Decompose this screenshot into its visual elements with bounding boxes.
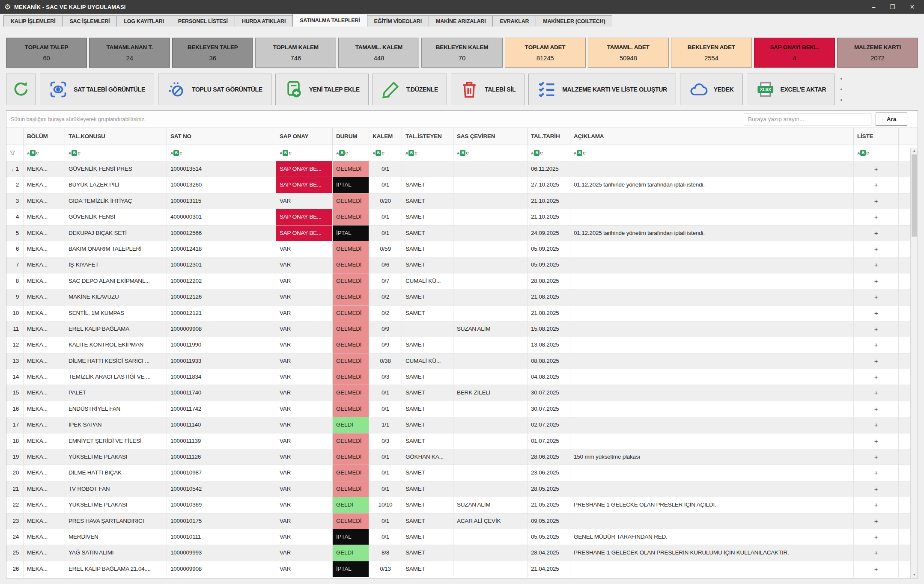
cell-tal-tarih[interactable]: 24.09.2025 bbox=[528, 225, 570, 241]
table-row[interactable]: 20MEKA...DİLME HATTI BIÇAK1000010987VARG… bbox=[6, 465, 918, 481]
column-header-liste[interactable]: LİSTE bbox=[854, 128, 899, 145]
row-indicator[interactable]: 4 bbox=[6, 209, 24, 225]
cell-tal-isteyen[interactable]: SAMET bbox=[402, 513, 453, 529]
cell-kalem[interactable]: 0/1 bbox=[369, 209, 402, 225]
cell-tal-konusu[interactable]: SENTİL, 1M KUMPAS bbox=[65, 305, 167, 321]
toolbar-button[interactable]: XLSX EXCEL'E AKTAR bbox=[747, 74, 835, 105]
table-row[interactable]: 11MEKA...EREL KALIP BAĞLAMA1000009908VAR… bbox=[6, 321, 918, 337]
cell-bolum[interactable]: MEKA... bbox=[24, 465, 65, 480]
table-row[interactable]: 14MEKA...TEMİZLİK ARACI LASTİĞİ VE ...10… bbox=[6, 369, 918, 385]
cell-aciklama[interactable] bbox=[570, 401, 854, 417]
cell-sat-no[interactable]: 1000010987 bbox=[167, 465, 276, 480]
cell-tal-tarih[interactable]: 06.11.2025 bbox=[528, 161, 570, 177]
cell-aciklama[interactable] bbox=[570, 241, 854, 257]
add-list-button[interactable]: + bbox=[854, 497, 899, 513]
scroll-down-icon[interactable]: ▼ bbox=[911, 573, 918, 577]
cell-sat-no[interactable]: 4000000301 bbox=[167, 209, 276, 225]
cell-durum[interactable]: GELMEDİ bbox=[333, 353, 369, 369]
cell-bolum[interactable]: MEKA... bbox=[24, 353, 65, 369]
cell-sat-no[interactable]: 1000012121 bbox=[167, 305, 276, 321]
cell-bolum[interactable]: MEKA... bbox=[24, 481, 65, 497]
cell-tal-tarih[interactable]: 02.07.2025 bbox=[528, 417, 570, 433]
toolbar-button[interactable] bbox=[6, 74, 36, 105]
table-row[interactable]: 23MEKA...PRES HAVA ŞARTLANDIRICI10000101… bbox=[6, 513, 918, 529]
filter-cell-satno[interactable]: ABC bbox=[167, 145, 276, 161]
cell-tal-konusu[interactable]: GÜVENLİK FENSİ bbox=[65, 209, 167, 225]
cell-sap-onay[interactable]: VAR bbox=[276, 273, 333, 289]
cell-durum[interactable]: GELMEDİ bbox=[333, 257, 369, 273]
cell-sat-no[interactable]: 1000009908 bbox=[167, 321, 276, 337]
cell-bolum[interactable]: MEKA... bbox=[24, 273, 65, 289]
add-list-button[interactable]: + bbox=[854, 337, 899, 353]
cell-sap-onay[interactable]: VAR bbox=[276, 545, 333, 560]
cell-sas-ceviren[interactable] bbox=[453, 305, 528, 321]
row-indicator[interactable]: 20 bbox=[6, 465, 24, 480]
cell-tal-konusu[interactable]: TV ROBOT FAN bbox=[65, 481, 167, 497]
cell-kalem[interactable]: 0/1 bbox=[369, 161, 402, 177]
cell-tal-tarih[interactable]: 28.04.2025 bbox=[528, 545, 570, 560]
cell-sap-onay[interactable]: VAR bbox=[276, 433, 333, 449]
cell-tal-isteyen[interactable]: SAMET bbox=[402, 401, 453, 417]
cell-sap-onay[interactable]: SAP ONAY BE... bbox=[276, 209, 333, 225]
cell-sat-no[interactable]: 1000013260 bbox=[167, 177, 276, 193]
add-list-button[interactable]: + bbox=[854, 401, 899, 417]
cell-sat-no[interactable]: 1000011742 bbox=[167, 401, 276, 417]
cell-sat-no[interactable]: 1000010542 bbox=[167, 481, 276, 497]
cell-kalem[interactable]: 0/20 bbox=[369, 193, 402, 209]
cell-durum[interactable]: GELDİ bbox=[333, 545, 369, 560]
table-row[interactable]: 21MEKA...TV ROBOT FAN1000010542VARGELMED… bbox=[6, 481, 918, 497]
cell-tal-konusu[interactable]: GÜVENLİK FENSİ PRES bbox=[65, 161, 167, 177]
cell-tal-tarih[interactable]: 15.08.2025 bbox=[528, 321, 570, 337]
cell-tal-konusu[interactable]: MERDİVEN bbox=[65, 529, 167, 545]
column-header-isteyen[interactable]: TAL.İSTEYEN bbox=[402, 128, 453, 145]
cell-sat-no[interactable]: 1000011933 bbox=[167, 353, 276, 369]
cell-durum[interactable]: İPTAL bbox=[333, 177, 369, 193]
cell-durum[interactable]: GELMEDİ bbox=[333, 337, 369, 353]
scroll-up-icon[interactable]: ▲ bbox=[911, 149, 918, 153]
cell-sat-no[interactable]: 1000012301 bbox=[167, 257, 276, 273]
cell-tal-konusu[interactable]: EMNİYET ŞERİDİ VE FİLESİ bbox=[65, 433, 167, 449]
cell-tal-isteyen[interactable]: SAMET bbox=[402, 257, 453, 273]
add-list-button[interactable]: + bbox=[854, 193, 899, 209]
cell-tal-tarih[interactable]: 05.09.2025 bbox=[528, 241, 570, 257]
cell-sap-onay[interactable]: VAR bbox=[276, 561, 333, 577]
cell-durum[interactable]: GELMEDİ bbox=[333, 369, 369, 385]
add-list-button[interactable]: + bbox=[854, 369, 899, 385]
add-list-button[interactable]: + bbox=[854, 353, 899, 369]
cell-tal-isteyen[interactable]: SAMET bbox=[402, 433, 453, 449]
cell-tal-konusu[interactable]: DİLME HATTI BIÇAK bbox=[65, 465, 167, 480]
row-indicator[interactable]: 13 bbox=[6, 353, 24, 369]
filter-cell-durum[interactable]: ABC bbox=[333, 145, 369, 161]
cell-kalem[interactable]: 0/7 bbox=[369, 273, 402, 289]
toolbar-button[interactable]: YEDEK bbox=[680, 74, 743, 105]
cell-bolum[interactable]: MEKA... bbox=[24, 417, 65, 433]
add-list-button[interactable]: + bbox=[854, 481, 899, 497]
cell-aciklama[interactable] bbox=[570, 161, 854, 177]
cell-durum[interactable]: GELMEDİ bbox=[333, 433, 369, 449]
cell-aciklama[interactable] bbox=[570, 193, 854, 209]
tab[interactable]: HURDA ATIKLARI bbox=[235, 15, 293, 27]
table-row[interactable]: 26MEKA...EREL KALIP BAĞLAMA 21.04....100… bbox=[6, 561, 918, 577]
cell-aciklama[interactable] bbox=[570, 369, 854, 385]
cell-sap-onay[interactable]: SAP ONAY BE... bbox=[276, 225, 333, 241]
cell-sap-onay[interactable]: VAR bbox=[276, 241, 333, 257]
add-list-button[interactable]: + bbox=[854, 545, 899, 560]
cell-sap-onay[interactable]: VAR bbox=[276, 289, 333, 305]
cell-sas-ceviren[interactable] bbox=[453, 177, 528, 193]
row-indicator[interactable]: 18 bbox=[6, 433, 24, 449]
cell-kalem[interactable]: 0/1 bbox=[369, 465, 402, 480]
table-row[interactable]: 15MEKA...PALET1000011740VARGELMEDİ0/1SAM… bbox=[6, 385, 918, 401]
row-indicator[interactable]: 10 bbox=[6, 305, 24, 321]
cell-durum[interactable]: GELMEDİ bbox=[333, 465, 369, 480]
cell-kalem[interactable]: 8/8 bbox=[369, 545, 402, 560]
cell-kalem[interactable]: 0/6 bbox=[369, 257, 402, 273]
add-list-button[interactable]: + bbox=[854, 561, 899, 577]
table-row[interactable]: 6MEKA...BAKIM ONARIM TALEPLERİ1000012418… bbox=[6, 241, 918, 257]
filter-cell-ceviren[interactable]: ABC bbox=[453, 145, 528, 161]
cell-tal-konusu[interactable]: YÜKSELTME PLAKASI bbox=[65, 449, 167, 465]
cell-bolum[interactable]: MEKA... bbox=[24, 433, 65, 449]
cell-sap-onay[interactable]: VAR bbox=[276, 193, 333, 209]
cell-tal-tarih[interactable]: 28.05.2025 bbox=[528, 481, 570, 497]
cell-bolum[interactable]: MEKA... bbox=[24, 369, 65, 385]
cell-durum[interactable]: GELMEDİ bbox=[333, 321, 369, 337]
